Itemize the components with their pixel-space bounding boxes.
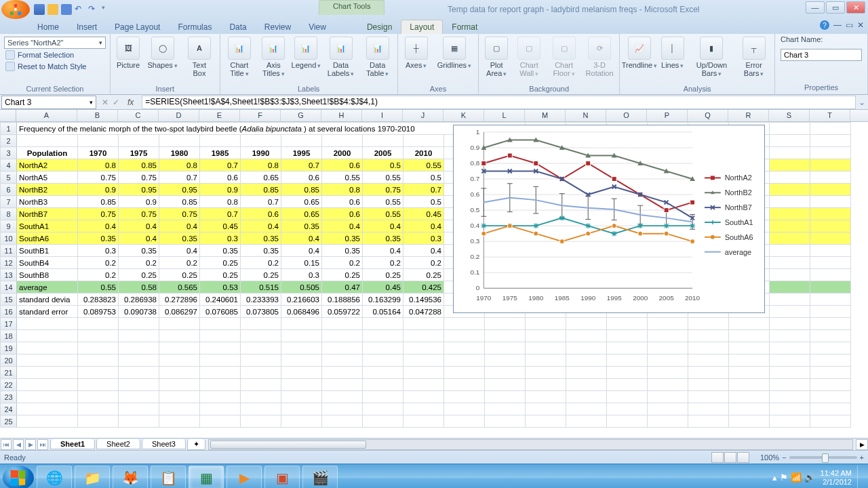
taskbar-moviemaker[interactable]: 🎬 — [302, 466, 338, 489]
sheet-first-icon[interactable]: ⏮ — [1, 439, 12, 450]
chart-wall-button[interactable]: ▢Chart Wall — [514, 35, 544, 79]
save2-icon[interactable] — [61, 4, 72, 15]
fx-icon[interactable]: fx — [123, 98, 138, 107]
formula-input[interactable]: =SERIES(Sheet1!$A$4,Sheet1!$B$3:$J$3,She… — [142, 96, 856, 109]
axes-button[interactable]: ┼Axes — [402, 35, 431, 71]
sheet-next-icon[interactable]: ▶ — [25, 439, 36, 450]
rotation-button[interactable]: ⟳3-D Rotation — [584, 35, 615, 79]
name-box[interactable]: Chart 3▾ — [1, 96, 96, 109]
horizontal-scrollbar[interactable] — [208, 439, 853, 450]
system-clock[interactable]: 11:42 AM 2/1/2012 — [821, 469, 852, 487]
axis-titles-button[interactable]: 📊Axis Titles — [258, 35, 288, 79]
reset-to-match-style-button[interactable]: Reset to Match Style — [4, 61, 106, 72]
tab-layout[interactable]: Layout — [401, 20, 443, 34]
tab-review[interactable]: Review — [256, 20, 300, 34]
chart-element-selector[interactable]: Series "NorthA2"▾ — [4, 37, 106, 49]
tab-insert[interactable]: Insert — [68, 20, 106, 34]
lines-icon: │ — [661, 37, 684, 60]
legend-button[interactable]: 📊Legend — [292, 35, 319, 71]
svg-text:NorthA2: NorthA2 — [725, 174, 752, 182]
svg-text:1985: 1985 — [555, 294, 570, 302]
format-selection-button[interactable]: Format Selection — [4, 49, 106, 60]
svg-text:0.5: 0.5 — [471, 206, 480, 214]
formula-expand-icon[interactable]: ⌄ — [856, 98, 868, 107]
svg-text:1975: 1975 — [502, 294, 518, 302]
sheet-last-icon[interactable]: ⏭ — [37, 439, 48, 450]
gridlines-button[interactable]: ▦Gridlines — [435, 35, 474, 71]
show-desktop-button[interactable] — [857, 466, 864, 489]
zoom-in-icon[interactable]: + — [860, 453, 864, 462]
error-bars-button[interactable]: ┬Error Bars — [737, 35, 770, 79]
tab-data[interactable]: Data — [220, 20, 255, 34]
minimize-button[interactable]: — — [806, 1, 825, 14]
office-button[interactable] — [1, 0, 30, 19]
trendline-icon: 📈 — [628, 37, 651, 60]
close-button[interactable]: ✕ — [846, 1, 865, 14]
mdi-close-icon[interactable]: ✕ — [857, 20, 864, 30]
lines-button[interactable]: │Lines — [659, 35, 686, 71]
svg-rect-62 — [534, 161, 538, 166]
tab-format[interactable]: Format — [443, 20, 486, 34]
qat-customize-icon[interactable]: ▾ — [102, 4, 113, 15]
taskbar-firefox[interactable]: 🦊 — [113, 466, 148, 489]
sheet-tab-1[interactable]: Sheet1 — [50, 439, 95, 449]
tray-up-icon[interactable]: ▴ — [772, 472, 777, 483]
data-labels-icon: 📊 — [330, 37, 353, 60]
help-icon[interactable]: ? — [820, 20, 829, 30]
zoom-level[interactable]: 100% — [760, 453, 779, 462]
data-table-button[interactable]: 📊Data Table — [362, 35, 393, 79]
tray-network-icon[interactable]: 📶 — [791, 472, 802, 483]
chart-floor-button[interactable]: ▢Chart Floor — [548, 35, 580, 79]
svg-text:NorthB2: NorthB2 — [725, 188, 752, 197]
plot-area-button[interactable]: ▢Plot Area — [483, 35, 510, 79]
taskbar-notes[interactable]: 📋 — [151, 466, 186, 489]
zoom-out-icon[interactable]: − — [782, 453, 786, 462]
mdi-restore-icon[interactable]: ▭ — [846, 20, 853, 30]
open-icon[interactable] — [47, 4, 58, 15]
rotation-icon: ⟳ — [588, 37, 611, 60]
taskbar-powerpoint[interactable]: ▣ — [264, 466, 300, 489]
view-normal-icon[interactable] — [711, 452, 724, 463]
tab-home[interactable]: Home — [28, 20, 68, 34]
sheet-tab-new[interactable]: ✦ — [187, 439, 205, 450]
insert-textbox-button[interactable]: AText Box — [183, 35, 215, 79]
taskbar-ie[interactable]: 🌐 — [37, 466, 72, 489]
zoom-slider[interactable] — [789, 456, 857, 459]
sheet-prev-icon[interactable]: ◀ — [13, 439, 24, 450]
svg-text:1: 1 — [476, 128, 480, 136]
redo-icon[interactable]: ↷ — [88, 4, 99, 15]
start-button[interactable] — [3, 466, 34, 489]
cancel-formula-icon[interactable]: ✕ — [102, 98, 108, 107]
chart-name-label: Chart Name: — [781, 35, 823, 43]
chart-title-button[interactable]: 📊Chart Title — [224, 35, 255, 79]
maximize-button[interactable]: ▭ — [826, 1, 845, 14]
taskbar-explorer[interactable]: 📁 — [75, 466, 110, 489]
insert-shapes-button[interactable]: ◯Shapes — [146, 35, 179, 71]
trendline-button[interactable]: 📈Trendline — [624, 35, 654, 71]
spreadsheet-grid[interactable]: ABCDEFGHIJKLMNOPQRST 1Frequency of the m… — [0, 110, 868, 438]
updown-bars-button[interactable]: ▮Up/Down Bars — [690, 35, 734, 79]
tray-flag-icon[interactable]: ⚑ — [780, 472, 788, 483]
sheet-tab-2[interactable]: Sheet2 — [96, 439, 140, 449]
taskbar-wmp[interactable]: ▶ — [226, 466, 262, 489]
tray-volume-icon[interactable]: 🔊 — [804, 472, 815, 483]
embedded-chart[interactable]: 00.10.20.30.40.50.60.70.80.9119701975198… — [453, 125, 765, 313]
tab-view[interactable]: View — [300, 20, 335, 34]
svg-point-74 — [612, 224, 616, 228]
enter-formula-icon[interactable]: ✓ — [113, 98, 119, 107]
mdi-minimize-icon[interactable]: — — [833, 20, 842, 30]
view-page-break-icon[interactable] — [737, 452, 749, 463]
view-page-layout-icon[interactable] — [724, 452, 736, 463]
tab-page-layout[interactable]: Page Layout — [106, 20, 169, 34]
undo-icon[interactable]: ↶ — [75, 4, 85, 15]
save-icon[interactable] — [34, 4, 45, 15]
sheet-tab-3[interactable]: Sheet3 — [142, 439, 186, 449]
scroll-right-icon[interactable]: ▶ — [856, 439, 868, 450]
data-labels-button[interactable]: 📊Data Labels — [323, 35, 357, 79]
insert-picture-button[interactable]: 🖼Picture — [115, 35, 142, 70]
tab-design[interactable]: Design — [358, 20, 401, 34]
tab-formulas[interactable]: Formulas — [169, 20, 220, 34]
svg-text:0.4: 0.4 — [471, 222, 480, 229]
taskbar-excel[interactable]: ▦ — [189, 466, 224, 489]
chart-name-input[interactable] — [781, 49, 862, 61]
